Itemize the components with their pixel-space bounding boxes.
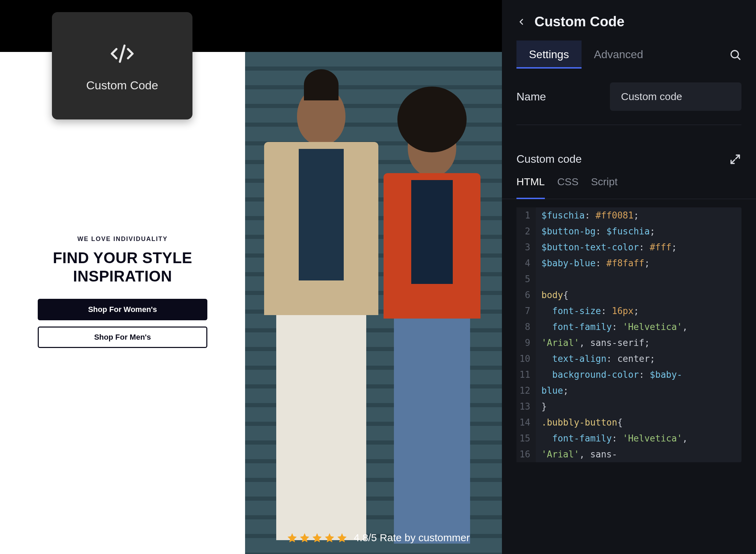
line-content[interactable]: $fuschia: #ff0081; <box>536 210 639 221</box>
line-content[interactable]: font-family: 'Helvetica', <box>536 322 688 332</box>
panel-tabs: Settings Advanced <box>502 41 756 69</box>
shop-mens-button[interactable]: Shop For Men's <box>38 327 207 348</box>
code-tabs: HTML CSS Script <box>502 176 756 199</box>
star-icon <box>299 532 310 543</box>
line-number: 13 <box>516 399 536 414</box>
code-line[interactable]: 5 <box>516 271 741 287</box>
code-line[interactable]: 14.bubbly-button{ <box>516 414 741 430</box>
code-section-header: Custom code <box>502 139 756 176</box>
code-line[interactable]: 15 font-family: 'Helvetica', <box>516 430 741 446</box>
line-content[interactable]: 'Arial', sans- <box>536 449 617 459</box>
custom-code-badge[interactable]: Custom Code <box>52 12 192 119</box>
line-content[interactable]: .bubbly-button{ <box>536 417 623 428</box>
svg-line-0 <box>120 45 124 62</box>
hero-tagline: WE LOVE INDIVIDUALITY <box>77 235 168 243</box>
line-number: 5 <box>516 271 536 287</box>
panel-title: Custom Code <box>534 14 624 29</box>
code-line[interactable]: 1$fuschia: #ff0081; <box>516 207 741 223</box>
preview-left-pane: WE LOVE INDIVIDUALITY FIND YOUR STYLE IN… <box>0 52 245 554</box>
line-number: 6 <box>516 287 536 303</box>
line-content[interactable]: $button-bg: $fuschia; <box>536 226 655 236</box>
line-content[interactable]: background-color: $baby- <box>536 369 682 380</box>
code-section-title: Custom code <box>516 153 582 166</box>
back-icon[interactable] <box>516 17 526 27</box>
expand-icon[interactable] <box>729 153 741 166</box>
rating-row: 4.8/5 Rate by custommer <box>287 532 470 544</box>
line-number: 12 <box>516 383 536 399</box>
svg-line-2 <box>737 57 740 60</box>
code-line[interactable]: 16'Arial', sans- <box>516 446 741 462</box>
code-tab-html[interactable]: HTML <box>516 176 545 193</box>
code-line[interactable]: 12blue; <box>516 383 741 399</box>
line-content[interactable]: $button-text-color: #fff; <box>536 242 677 252</box>
star-icon <box>324 532 335 543</box>
code-line[interactable]: 3$button-text-color: #fff; <box>516 239 741 255</box>
code-icon <box>108 40 136 69</box>
star-icon <box>336 532 348 543</box>
code-line[interactable]: 8 font-family: 'Helvetica', <box>516 319 741 335</box>
code-tab-script[interactable]: Script <box>591 176 618 193</box>
code-line[interactable]: 9'Arial', sans-serif; <box>516 335 741 351</box>
line-number: 7 <box>516 303 536 319</box>
hero-headline: FIND YOUR STYLE INSPIRATION <box>42 249 204 286</box>
line-number: 8 <box>516 319 536 335</box>
code-line[interactable]: 10 text-align: center; <box>516 351 741 367</box>
panel-header: Custom Code <box>502 0 756 41</box>
line-content[interactable]: font-family: 'Helvetica', <box>536 433 688 444</box>
tab-settings[interactable]: Settings <box>516 41 582 69</box>
name-input[interactable] <box>610 82 741 111</box>
shop-womens-button[interactable]: Shop For Women's <box>38 299 207 320</box>
tab-advanced[interactable]: Advanced <box>582 41 656 69</box>
name-section: Name <box>502 69 756 139</box>
hero-section: WE LOVE INDIVIDUALITY FIND YOUR STYLE IN… <box>0 235 245 354</box>
inspector-panel: Custom Code Settings Advanced Name Custo… <box>502 0 756 554</box>
code-line[interactable]: 11 background-color: $baby- <box>516 367 741 383</box>
line-content[interactable]: font-size: 16px; <box>536 306 639 316</box>
line-number: 14 <box>516 414 536 430</box>
search-icon[interactable] <box>729 48 741 61</box>
badge-label: Custom Code <box>86 79 158 92</box>
line-content[interactable]: text-align: center; <box>536 354 655 364</box>
code-line[interactable]: 13} <box>516 399 741 414</box>
line-number: 10 <box>516 351 536 367</box>
line-number: 3 <box>516 239 536 255</box>
code-tab-css[interactable]: CSS <box>557 176 579 193</box>
code-line[interactable]: 7 font-size: 16px; <box>516 303 741 319</box>
star-icon <box>312 532 323 543</box>
line-content[interactable]: 'Arial', sans-serif; <box>536 338 650 348</box>
code-line[interactable]: 6body{ <box>516 287 741 303</box>
rating-stars <box>287 532 348 543</box>
star-icon <box>287 532 298 543</box>
code-line[interactable]: 2$button-bg: $fuschia; <box>516 223 741 239</box>
line-content[interactable]: body{ <box>536 290 568 300</box>
line-content[interactable]: blue; <box>536 385 568 396</box>
line-number: 2 <box>516 223 536 239</box>
line-content[interactable]: $baby-blue: #f8faff; <box>536 258 650 268</box>
line-number: 16 <box>516 446 536 462</box>
line-number: 15 <box>516 430 536 446</box>
line-number: 11 <box>516 367 536 383</box>
line-content[interactable]: } <box>536 401 547 412</box>
name-label: Name <box>516 90 546 103</box>
code-editor[interactable]: 1$fuschia: #ff0081;2$button-bg: $fuschia… <box>516 207 741 462</box>
preview-area: WE LOVE INDIVIDUALITY FIND YOUR STYLE IN… <box>0 0 502 554</box>
line-number: 9 <box>516 335 536 351</box>
hero-image: 4.8/5 Rate by custommer <box>245 52 502 554</box>
rating-text: 4.8/5 Rate by custommer <box>354 532 470 544</box>
line-number: 4 <box>516 255 536 271</box>
line-number: 1 <box>516 207 536 223</box>
code-line[interactable]: 4$baby-blue: #f8faff; <box>516 255 741 271</box>
